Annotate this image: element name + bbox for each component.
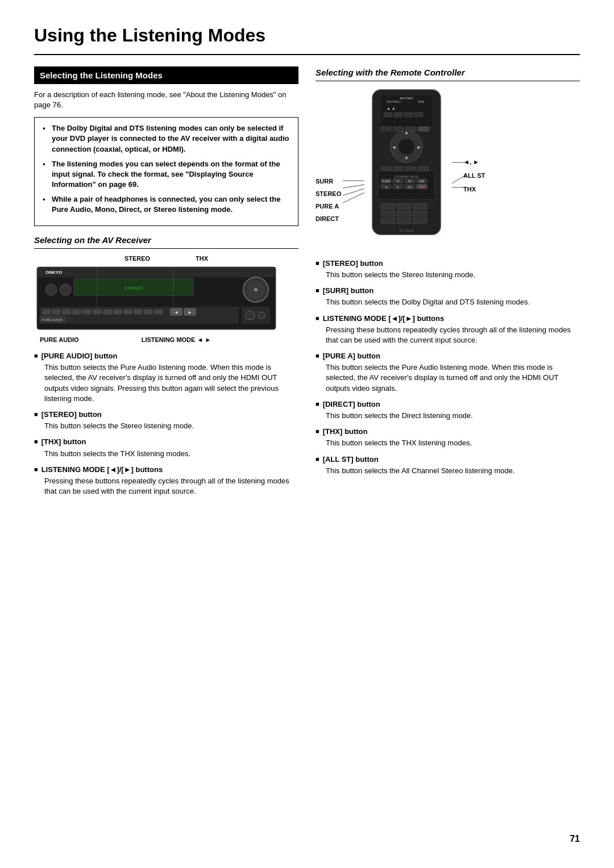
right-button-1: [SURR] button This button selects the Do… (316, 286, 580, 307)
svg-text:PURE AUDIO: PURE AUDIO (42, 318, 63, 322)
svg-rect-87 (381, 218, 395, 224)
av-receiver-header: Selecting on the AV Receiver (34, 234, 298, 249)
left-button-3: LISTENING MODE [◄]/[►] buttons Pressing … (34, 465, 298, 497)
listening-mode-label-bottom: LISTENING MODE ◄ ► (142, 336, 211, 344)
remote-diagram-container: CH VOL+ ▲ ▲ VOL MUTING ▲ ◄ ► ▼ (316, 87, 580, 252)
svg-text:PA: PA (408, 180, 412, 183)
pure-a-label: PURE A (316, 200, 341, 212)
pure-audio-label-bottom: PURE AUDIO (40, 336, 79, 344)
svg-rect-51 (381, 127, 391, 131)
right-buttons-list: [STEREO] button This button selects the … (316, 258, 580, 476)
direct-label: DIRECT (316, 212, 341, 225)
svg-text:LISTENING MODE: LISTENING MODE (395, 175, 419, 178)
svg-point-8 (45, 284, 57, 295)
left-button-desc-3: Pressing these buttons repeatedly cycles… (44, 476, 298, 496)
bullet-item-2: The listening modes you can select depen… (43, 159, 290, 190)
svg-rect-84 (381, 211, 395, 216)
svg-rect-19 (124, 310, 132, 314)
right-button-desc-0: This button selects the Stereo listening… (326, 270, 580, 280)
svg-text:THX: THX (419, 185, 425, 189)
svg-rect-21 (144, 310, 152, 314)
svg-rect-1 (37, 267, 276, 277)
svg-rect-52 (393, 127, 404, 131)
thx-label: THX (463, 182, 485, 196)
right-button-desc-5: This button selects the THX listening mo… (326, 438, 580, 448)
all-st-label: ALL ST (463, 169, 485, 182)
svg-text:◄: ◄ (175, 310, 179, 314)
left-button-1: [STEREO] button This button selects the … (34, 410, 298, 431)
left-button-desc-2: This button selects the THX listening mo… (44, 449, 298, 459)
svg-point-7 (254, 288, 258, 291)
av-receiver-diagram-container: STEREO THX ONKYO STEREO (34, 254, 298, 344)
svg-text:VOL: VOL (418, 100, 425, 103)
svg-rect-88 (397, 218, 411, 224)
right-button-6: [ALL ST] button This button selects the … (316, 454, 580, 476)
right-button-label-4: [DIRECT] button (316, 399, 580, 410)
bullet-item-3: While a pair of headphones is connected,… (43, 194, 290, 215)
thx-label-top: THX (196, 254, 208, 263)
svg-rect-13 (63, 310, 70, 314)
svg-rect-11 (43, 310, 51, 314)
intro-text: For a description of each listening mode… (34, 90, 298, 110)
svg-rect-54 (418, 127, 429, 131)
svg-rect-15 (83, 310, 91, 314)
svg-rect-86 (413, 211, 427, 216)
stereo-label-top: STEREO (125, 254, 150, 263)
svg-text:MUTING: MUTING (400, 97, 413, 100)
right-button-label-6: [ALL ST] button (316, 454, 580, 465)
svg-point-33 (258, 312, 265, 319)
left-section-header: Selecting the Listening Modes (34, 66, 298, 84)
left-column: Selecting the Listening Modes For a desc… (34, 66, 298, 503)
remote-svg-wrapper: CH VOL+ ▲ ▲ VOL MUTING ▲ ◄ ► ▼ (361, 87, 452, 244)
bullet-item-1: The Dolby Digital and DTS listening mode… (43, 123, 290, 155)
right-button-desc-6: This button selects the All Channel Ster… (326, 466, 580, 476)
svg-point-46 (399, 139, 414, 155)
svg-text:►: ► (188, 310, 192, 314)
svg-rect-41 (394, 112, 403, 117)
svg-text:▼: ▼ (404, 156, 409, 161)
remote-right-labels: ◄, ► ALL ST THX (463, 155, 485, 197)
left-buttons-list: [PURE AUDIO] button This button selects … (34, 351, 298, 496)
svg-text:ONKYO: ONKYO (45, 270, 62, 275)
right-button-label-3: [PURE A] button (316, 351, 580, 361)
svg-rect-82 (397, 203, 411, 209)
svg-text:◄: ◄ (392, 145, 396, 150)
svg-rect-12 (52, 310, 60, 314)
svg-rect-17 (103, 310, 111, 314)
svg-rect-43 (414, 112, 423, 117)
svg-text:►: ► (397, 185, 400, 189)
right-button-5: [THX] button This button selects the THX… (316, 427, 580, 448)
bullet-list: The Dolby Digital and DTS listening mode… (43, 123, 290, 215)
right-button-3: [PURE A] button This button selects the … (316, 351, 580, 394)
svg-text:◄: ◄ (385, 185, 388, 189)
svg-text:▲ ▲: ▲ ▲ (387, 106, 396, 110)
svg-rect-53 (406, 127, 416, 131)
stereo-label: STEREO (316, 187, 341, 200)
right-button-label-0: [STEREO] button (316, 258, 580, 269)
left-button-label-1: [STEREO] button (34, 410, 298, 420)
svg-rect-85 (397, 211, 411, 216)
remote-left-labels: SURR STEREO PURE A DIRECT (316, 175, 341, 225)
left-button-desc-1: This button selects the Stereo listening… (44, 421, 298, 431)
svg-text:DIR: DIR (420, 180, 425, 183)
svg-rect-83 (413, 203, 427, 209)
svg-rect-20 (134, 310, 142, 314)
svg-point-32 (246, 311, 255, 320)
left-button-label-0: [PURE AUDIO] button (34, 351, 298, 361)
right-button-desc-4: This button selects the Direct listening… (326, 411, 580, 421)
svg-rect-56 (393, 166, 404, 171)
svg-rect-18 (114, 310, 122, 314)
page-title: Using the Listening Modes (34, 23, 580, 55)
right-button-label-5: [THX] button (316, 427, 580, 437)
right-section-header: Selecting with the Remote Controller (316, 66, 580, 81)
svg-text:RC-690M: RC-690M (399, 229, 414, 232)
right-button-4: [DIRECT] button This button selects the … (316, 399, 580, 421)
svg-rect-14 (73, 310, 81, 314)
right-button-desc-2: Pressing these buttons repeatedly cycles… (326, 325, 580, 345)
svg-rect-81 (381, 203, 395, 209)
left-button-desc-0: This button selects the Pure Audio liste… (44, 362, 298, 404)
svg-rect-58 (418, 166, 429, 171)
surr-label: SURR (316, 175, 341, 187)
right-button-desc-3: This button selects the Pure Audio liste… (326, 362, 580, 394)
right-button-2: LISTENING MODE [◄]/[►] buttons Pressing … (316, 314, 580, 346)
